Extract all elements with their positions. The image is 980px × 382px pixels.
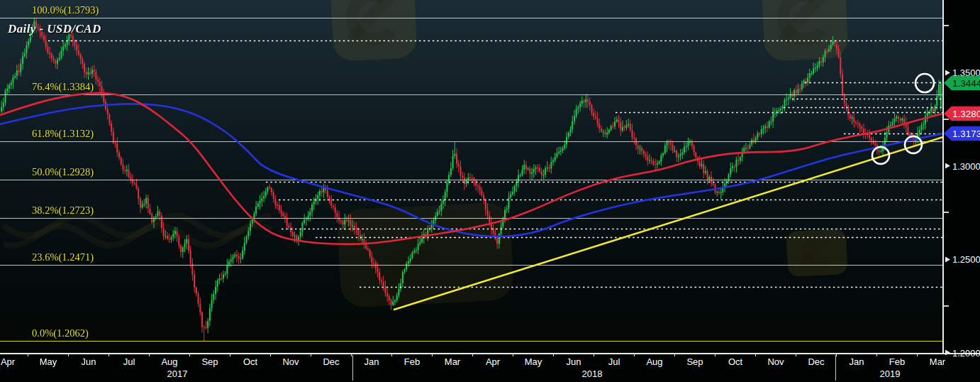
x-axis-month-label: Mar [445,356,460,367]
x-axis-month-tick [836,353,837,356]
x-axis-year-label: 2019 [880,369,901,379]
y-axis-tick-label: 1.3000 [952,160,980,171]
y-axis-line [942,0,944,354]
x-axis-month-tick [472,353,473,356]
fib-level-label: 38.2%(1.2723) [32,204,94,217]
x-axis-year-label: 2018 [582,369,603,379]
x-axis-month-tick [68,353,69,356]
chart-title: Daily - USD/CAD [8,22,101,36]
x-axis-month-label: Nov [282,356,299,367]
x-axis-month-label: Jan [850,356,864,367]
axis-arrow-icon [945,163,950,169]
y-axis-minor-tick [944,119,949,120]
x-axis-month-tick [876,353,877,356]
x-axis-year-separator [352,355,353,381]
x-axis-month-label: May [40,356,57,367]
y-axis-tick-label: 1.2500 [952,254,980,265]
axis-arrow-icon [945,70,950,75]
x-axis-month-tick [513,353,513,356]
axis-arrow-icon [945,350,950,356]
x-axis-month-tick [634,353,635,356]
x-axis-month-tick [594,353,594,356]
fib-level-label: 76.4%(1.3384) [32,81,94,94]
x-axis-month-label: Jun [567,356,581,367]
x-axis-month-label: Aug [161,356,177,367]
x-axis-month-label: Oct [728,356,742,367]
y-axis-minor-tick [944,305,949,307]
x-axis-month-label: Jul [608,356,620,367]
price-tag: 1.3280 [944,106,980,121]
x-axis-month-tick [230,353,230,356]
x-axis-year-label: 2017 [167,369,188,379]
y-axis-minor-tick [944,212,949,213]
x-axis-month-tick [189,353,190,356]
y-axis-tick: 1.3000 [945,160,980,171]
fib-level-label: 61.8%(1.3132) [32,128,94,141]
x-axis-month-label: May [525,356,542,367]
x-axis-month-label: Jun [82,356,96,367]
x-axis-month-tick [432,353,433,356]
x-axis-month-label: Mar [930,356,945,367]
x-axis-month-label: Jul [123,356,135,367]
price-chart-canvas[interactable] [0,0,943,354]
x-axis-month-tick [351,353,352,356]
x-axis-month-label: Aug [646,356,662,367]
y-axis-tick: 1.2000 [945,347,980,358]
x-axis-month-label: Nov [767,356,784,367]
y-axis-tick: 1.2500 [945,254,980,265]
fib-level-label: 23.6%(1.2471) [32,251,94,264]
x-axis-month-label: Jan [364,356,379,367]
x-axis-month-tick [755,353,756,356]
x-axis-month-label: Apr [1,356,15,367]
price-tag: 1.3173 [944,126,980,141]
x-axis-month-tick [270,353,271,356]
x-axis-month-tick [108,353,109,356]
x-axis-month-tick [311,353,311,356]
x-axis-month-label: Oct [243,356,257,367]
x-axis-month-tick [149,353,150,356]
x-axis-month-label: Dec [808,356,824,367]
axis-arrow-icon [945,256,950,262]
x-axis-month-label: Feb [404,356,420,367]
fib-level-label: 100.0%(1.3793) [32,4,99,17]
x-axis-month-tick [391,353,392,356]
x-axis-month-tick [674,353,675,356]
x-axis-month-label: Sep [686,356,703,367]
fib-level-label: 0.0%(1.2062) [32,327,89,340]
y-axis-tick-label: 1.2000 [952,347,980,358]
x-axis-month-tick [28,353,28,356]
x-axis-month-tick [796,353,796,356]
x-axis-month-label: Dec [323,356,339,367]
chart-window: Daily - USD/CAD 100.0%(1.3793)76.4%(1.33… [0,0,980,382]
x-axis-month-label: Apr [486,356,500,367]
x-axis-year-separator [835,355,836,381]
x-axis-month-tick [917,353,918,356]
x-axis-month-label: Sep [201,356,218,367]
x-axis-month-tick [553,353,554,356]
x-axis-month-tick [715,353,715,356]
x-axis-line [0,353,980,354]
x-axis-month-label: Feb [889,356,905,367]
fib-level-label: 50.0%(1.2928) [32,166,94,179]
y-axis-minor-tick [944,25,949,26]
